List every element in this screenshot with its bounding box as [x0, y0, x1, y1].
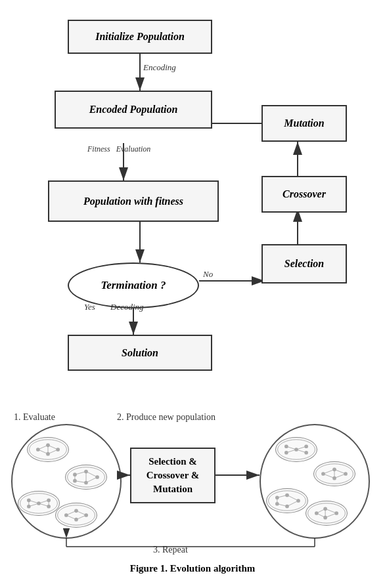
- figure-caption: Figure 1. Evolution algorithm: [130, 563, 256, 574]
- svg-point-48: [74, 518, 78, 522]
- svg-line-18: [48, 445, 58, 450]
- svg-line-82: [287, 495, 298, 501]
- svg-line-16: [38, 445, 48, 450]
- svg-point-86: [315, 511, 319, 515]
- svg-line-62: [296, 446, 306, 450]
- svg-line-19: [48, 450, 58, 454]
- repeat-label: 3. Repeat: [153, 545, 188, 555]
- produce-label: 2. Produce new population: [117, 412, 215, 423]
- svg-point-15: [56, 448, 60, 452]
- svg-line-29: [86, 471, 97, 477]
- svg-line-70: [323, 474, 334, 478]
- svg-line-93: [325, 513, 336, 518]
- svg-point-45: [58, 505, 95, 525]
- right-circle: [260, 424, 370, 539]
- crossover-box: Crossover: [261, 176, 347, 213]
- yes-label: Yes: [84, 302, 95, 312]
- svg-line-40: [29, 503, 39, 507]
- svg-line-61: [286, 450, 296, 453]
- svg-line-83: [287, 501, 298, 507]
- svg-line-52: [76, 511, 86, 515]
- svg-line-51: [66, 515, 76, 520]
- svg-line-71: [334, 469, 346, 474]
- encoded-population-box: Encoded Population: [55, 91, 212, 129]
- no-label: No: [203, 269, 213, 280]
- svg-point-89: [334, 511, 338, 515]
- svg-line-91: [317, 513, 325, 518]
- svg-point-46: [64, 513, 68, 517]
- svg-line-50: [66, 511, 76, 515]
- svg-point-47: [74, 509, 78, 513]
- svg-line-41: [39, 500, 49, 503]
- svg-line-53: [76, 515, 86, 520]
- svg-line-60: [286, 446, 296, 450]
- svg-line-39: [29, 500, 39, 503]
- svg-line-63: [296, 450, 306, 453]
- svg-line-17: [38, 450, 48, 454]
- fitness-label: Fitness Evaluation: [87, 144, 150, 154]
- evaluate-label: 1. Evaluate: [14, 412, 55, 423]
- solution-box: Solution: [68, 335, 212, 371]
- selection-box: Selection: [261, 244, 347, 284]
- svg-line-69: [323, 469, 334, 474]
- svg-line-42: [39, 503, 49, 507]
- left-circle: [11, 424, 122, 539]
- svg-line-30: [86, 477, 97, 483]
- svg-line-72: [334, 474, 346, 478]
- svg-point-49: [84, 513, 88, 517]
- svg-line-28: [75, 481, 86, 483]
- svg-line-90: [317, 509, 325, 513]
- decoding-label: Decoding: [110, 302, 144, 312]
- svg-line-81: [277, 504, 287, 507]
- population-fitness-box: Population with fitness: [48, 180, 219, 222]
- svg-point-85: [308, 503, 346, 523]
- svg-line-27: [75, 471, 86, 474]
- selection-crossover-mutation-box: Selection & Crossover & Mutation: [130, 448, 215, 503]
- flowchart: Initialize Population Encoding Encoded P…: [9, 13, 376, 394]
- svg-line-80: [277, 495, 287, 497]
- encoding-label: Encoding: [143, 62, 176, 73]
- mutation-box: Mutation: [261, 105, 347, 142]
- evolution-diagram: 1. Evaluate 2. Produce new population: [9, 407, 376, 558]
- svg-point-26: [95, 475, 99, 479]
- initialize-population-box: Initialize Population: [68, 20, 212, 54]
- svg-line-92: [325, 509, 336, 513]
